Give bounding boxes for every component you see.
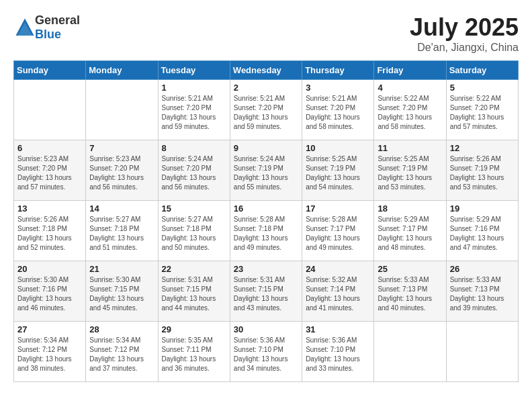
day-detail: Sunrise: 5:21 AM Sunset: 7:20 PM Dayligh…: [234, 94, 298, 132]
calendar-cell: 4Sunrise: 5:22 AM Sunset: 7:20 PM Daylig…: [374, 80, 446, 140]
calendar-cell: 1Sunrise: 5:21 AM Sunset: 7:20 PM Daylig…: [158, 80, 230, 140]
day-detail: Sunrise: 5:21 AM Sunset: 7:20 PM Dayligh…: [306, 94, 370, 132]
title-area: July 2025 De'an, Jiangxi, China: [410, 13, 519, 54]
weekday-header-row: SundayMondayTuesdayWednesdayThursdayFrid…: [14, 61, 519, 80]
calendar-cell: [446, 322, 518, 382]
calendar-cell: 30Sunrise: 5:36 AM Sunset: 7:10 PM Dayli…: [230, 322, 302, 382]
day-number: 28: [89, 324, 154, 334]
day-detail: Sunrise: 5:21 AM Sunset: 7:20 PM Dayligh…: [162, 94, 226, 132]
weekday-header-tuesday: Tuesday: [158, 61, 230, 80]
logo-icon: [15, 17, 35, 38]
day-detail: Sunrise: 5:28 AM Sunset: 7:17 PM Dayligh…: [306, 215, 370, 253]
calendar-cell: 22Sunrise: 5:31 AM Sunset: 7:15 PM Dayli…: [158, 261, 230, 322]
calendar-cell: 2Sunrise: 5:21 AM Sunset: 7:20 PM Daylig…: [230, 80, 302, 140]
calendar-cell: 11Sunrise: 5:25 AM Sunset: 7:19 PM Dayli…: [374, 140, 446, 201]
day-number: 16: [234, 203, 298, 214]
day-number: 11: [378, 143, 442, 153]
calendar-cell: 13Sunrise: 5:26 AM Sunset: 7:18 PM Dayli…: [14, 201, 86, 261]
calendar-cell: 25Sunrise: 5:33 AM Sunset: 7:13 PM Dayli…: [374, 261, 446, 322]
day-detail: Sunrise: 5:22 AM Sunset: 7:20 PM Dayligh…: [378, 94, 442, 132]
day-number: 21: [89, 264, 154, 274]
calendar-cell: 19Sunrise: 5:29 AM Sunset: 7:16 PM Dayli…: [446, 201, 518, 261]
week-row-4: 20Sunrise: 5:30 AM Sunset: 7:16 PM Dayli…: [14, 261, 519, 322]
weekday-header-saturday: Saturday: [446, 61, 518, 80]
week-row-2: 6Sunrise: 5:23 AM Sunset: 7:20 PM Daylig…: [14, 140, 519, 201]
day-detail: Sunrise: 5:31 AM Sunset: 7:15 PM Dayligh…: [162, 275, 226, 313]
day-detail: Sunrise: 5:28 AM Sunset: 7:18 PM Dayligh…: [234, 215, 298, 253]
day-detail: Sunrise: 5:33 AM Sunset: 7:13 PM Dayligh…: [378, 275, 442, 313]
day-number: 6: [17, 143, 82, 153]
day-number: 17: [306, 203, 370, 214]
day-number: 14: [89, 203, 154, 214]
day-detail: Sunrise: 5:29 AM Sunset: 7:17 PM Dayligh…: [378, 215, 442, 253]
calendar-cell: 7Sunrise: 5:23 AM Sunset: 7:20 PM Daylig…: [86, 140, 158, 201]
weekday-header-wednesday: Wednesday: [230, 61, 302, 80]
weekday-header-friday: Friday: [374, 61, 446, 80]
day-number: 5: [450, 83, 515, 93]
calendar-cell: 12Sunrise: 5:26 AM Sunset: 7:19 PM Dayli…: [446, 140, 518, 201]
weekday-header-monday: Monday: [86, 61, 158, 80]
day-number: 4: [378, 83, 442, 93]
day-number: 13: [17, 203, 82, 214]
day-detail: Sunrise: 5:30 AM Sunset: 7:16 PM Dayligh…: [17, 275, 82, 313]
calendar-cell: 18Sunrise: 5:29 AM Sunset: 7:17 PM Dayli…: [374, 201, 446, 261]
day-number: 9: [234, 143, 298, 153]
weekday-header-thursday: Thursday: [302, 61, 374, 80]
calendar-cell: [374, 322, 446, 382]
calendar-cell: 17Sunrise: 5:28 AM Sunset: 7:17 PM Dayli…: [302, 201, 374, 261]
day-detail: Sunrise: 5:27 AM Sunset: 7:18 PM Dayligh…: [89, 215, 154, 253]
day-detail: Sunrise: 5:25 AM Sunset: 7:19 PM Dayligh…: [378, 154, 442, 192]
day-detail: Sunrise: 5:23 AM Sunset: 7:20 PM Dayligh…: [89, 154, 154, 192]
calendar-cell: 31Sunrise: 5:36 AM Sunset: 7:10 PM Dayli…: [302, 322, 374, 382]
weekday-header-sunday: Sunday: [14, 61, 86, 80]
day-detail: Sunrise: 5:25 AM Sunset: 7:19 PM Dayligh…: [306, 154, 370, 192]
day-detail: Sunrise: 5:27 AM Sunset: 7:18 PM Dayligh…: [162, 215, 226, 253]
calendar-cell: 29Sunrise: 5:35 AM Sunset: 7:11 PM Dayli…: [158, 322, 230, 382]
day-number: 29: [162, 324, 226, 334]
day-number: 18: [378, 203, 442, 214]
day-number: 10: [306, 143, 370, 153]
day-detail: Sunrise: 5:36 AM Sunset: 7:10 PM Dayligh…: [234, 336, 298, 373]
day-number: 27: [17, 324, 82, 334]
calendar-cell: 6Sunrise: 5:23 AM Sunset: 7:20 PM Daylig…: [14, 140, 86, 201]
day-detail: Sunrise: 5:34 AM Sunset: 7:12 PM Dayligh…: [17, 336, 82, 373]
calendar-table: SundayMondayTuesdayWednesdayThursdayFrid…: [13, 60, 519, 382]
day-detail: Sunrise: 5:35 AM Sunset: 7:11 PM Dayligh…: [162, 336, 226, 373]
week-row-3: 13Sunrise: 5:26 AM Sunset: 7:18 PM Dayli…: [14, 201, 519, 261]
calendar-cell: 27Sunrise: 5:34 AM Sunset: 7:12 PM Dayli…: [14, 322, 86, 382]
day-number: 2: [234, 83, 298, 93]
day-number: 12: [450, 143, 515, 153]
day-number: 1: [162, 83, 226, 93]
week-row-1: 1Sunrise: 5:21 AM Sunset: 7:20 PM Daylig…: [14, 80, 519, 140]
day-detail: Sunrise: 5:22 AM Sunset: 7:20 PM Dayligh…: [450, 94, 515, 132]
day-detail: Sunrise: 5:34 AM Sunset: 7:12 PM Dayligh…: [89, 336, 154, 373]
logo-text-blue: Blue: [35, 28, 61, 41]
day-number: 26: [450, 264, 515, 274]
calendar-cell: [14, 80, 86, 140]
day-number: 7: [89, 143, 154, 153]
calendar-cell: 14Sunrise: 5:27 AM Sunset: 7:18 PM Dayli…: [86, 201, 158, 261]
day-number: 3: [306, 83, 370, 93]
location: De'an, Jiangxi, China: [410, 42, 519, 54]
day-number: 24: [306, 264, 370, 274]
day-number: 23: [234, 264, 298, 274]
day-detail: Sunrise: 5:29 AM Sunset: 7:16 PM Dayligh…: [450, 215, 515, 253]
calendar-cell: 21Sunrise: 5:30 AM Sunset: 7:15 PM Dayli…: [86, 261, 158, 322]
calendar-cell: 28Sunrise: 5:34 AM Sunset: 7:12 PM Dayli…: [86, 322, 158, 382]
day-number: 30: [234, 324, 298, 334]
month-year: July 2025: [410, 13, 519, 42]
day-detail: Sunrise: 5:24 AM Sunset: 7:19 PM Dayligh…: [234, 154, 298, 192]
calendar-cell: 9Sunrise: 5:24 AM Sunset: 7:19 PM Daylig…: [230, 140, 302, 201]
day-number: 19: [450, 203, 515, 214]
day-detail: Sunrise: 5:30 AM Sunset: 7:15 PM Dayligh…: [89, 275, 154, 313]
day-number: 31: [306, 324, 370, 334]
calendar-cell: 16Sunrise: 5:28 AM Sunset: 7:18 PM Dayli…: [230, 201, 302, 261]
day-number: 22: [162, 264, 226, 274]
day-detail: Sunrise: 5:31 AM Sunset: 7:15 PM Dayligh…: [234, 275, 298, 313]
calendar-cell: 26Sunrise: 5:33 AM Sunset: 7:13 PM Dayli…: [446, 261, 518, 322]
header: General Blue July 2025 De'an, Jiangxi, C…: [13, 13, 519, 54]
day-detail: Sunrise: 5:26 AM Sunset: 7:18 PM Dayligh…: [17, 215, 82, 253]
day-number: 8: [162, 143, 226, 153]
logo-text-general: General: [35, 13, 80, 27]
calendar-cell: 3Sunrise: 5:21 AM Sunset: 7:20 PM Daylig…: [302, 80, 374, 140]
